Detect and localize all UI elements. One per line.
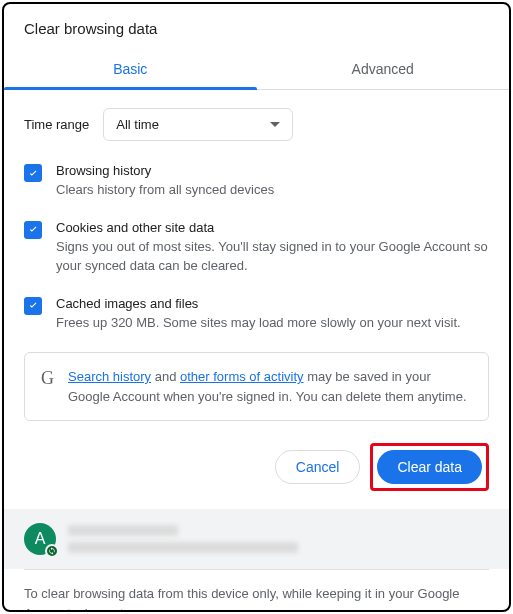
- option-desc: Signs you out of most sites. You'll stay…: [56, 238, 489, 276]
- button-row: Cancel Clear data: [4, 421, 509, 509]
- info-message: Search history and other forms of activi…: [68, 367, 472, 406]
- highlight-box: Clear data: [370, 443, 489, 491]
- redacted-account-info: [68, 525, 298, 553]
- option-title: Cookies and other site data: [56, 220, 489, 235]
- checkbox-browsing-history[interactable]: [24, 164, 42, 182]
- option-browsing-history: Browsing history Clears history from all…: [24, 163, 489, 200]
- time-range-value: All time: [116, 117, 159, 132]
- time-range-row: Time range All time: [24, 108, 489, 141]
- option-text: Cached images and files Frees up 320 MB.…: [56, 296, 461, 333]
- time-range-label: Time range: [24, 117, 89, 132]
- check-icon: [27, 299, 40, 312]
- option-title: Cached images and files: [56, 296, 461, 311]
- check-icon: [27, 167, 40, 180]
- redacted-line: [68, 542, 298, 553]
- checkbox-cache[interactable]: [24, 297, 42, 315]
- option-title: Browsing history: [56, 163, 274, 178]
- dialog-body: Time range All time Browsing history Cle…: [4, 90, 509, 421]
- tab-basic[interactable]: Basic: [4, 51, 257, 89]
- option-cookies: Cookies and other site data Signs you ou…: [24, 220, 489, 276]
- option-desc: Frees up 320 MB. Some sites may load mor…: [56, 314, 461, 333]
- google-g-icon: G: [41, 367, 54, 390]
- google-account-info: G Search history and other forms of acti…: [24, 352, 489, 421]
- clear-browsing-data-dialog: Clear browsing data Basic Advanced Time …: [2, 2, 511, 612]
- footer-note: To clear browsing data from this device …: [24, 569, 489, 612]
- link-other-activity[interactable]: other forms of activity: [180, 369, 304, 384]
- check-icon: [27, 223, 40, 236]
- avatar: A: [24, 523, 56, 555]
- sign-out-link[interactable]: sign out: [78, 606, 124, 612]
- time-range-select[interactable]: All time: [103, 108, 293, 141]
- sync-badge-icon: [45, 544, 59, 558]
- redacted-line: [68, 525, 178, 536]
- cancel-button[interactable]: Cancel: [275, 450, 361, 484]
- dialog-title: Clear browsing data: [4, 4, 509, 51]
- option-desc: Clears history from all synced devices: [56, 181, 274, 200]
- link-search-history[interactable]: Search history: [68, 369, 151, 384]
- option-text: Cookies and other site data Signs you ou…: [56, 220, 489, 276]
- option-cache: Cached images and files Frees up 320 MB.…: [24, 296, 489, 333]
- tab-advanced[interactable]: Advanced: [257, 51, 510, 89]
- account-section: A: [4, 509, 509, 569]
- tabs: Basic Advanced: [4, 51, 509, 90]
- chevron-down-icon: [270, 122, 280, 127]
- option-text: Browsing history Clears history from all…: [56, 163, 274, 200]
- checkbox-cookies[interactable]: [24, 221, 42, 239]
- clear-data-button[interactable]: Clear data: [377, 450, 482, 484]
